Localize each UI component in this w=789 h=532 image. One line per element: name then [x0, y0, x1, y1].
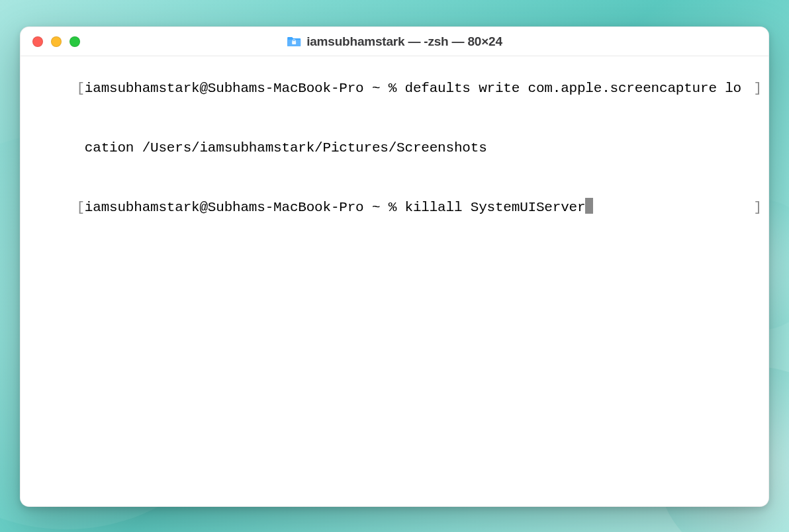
shell-prompt: iamsubhamstark@Subhams-MacBook-Pro ~ % [85, 81, 405, 96]
window-controls [21, 36, 80, 47]
terminal-body[interactable]: [iamsubhamstark@Subhams-MacBook-Pro ~ % … [21, 56, 768, 506]
terminal-line: [iamsubhamstark@Subhams-MacBook-Pro ~ % … [27, 178, 762, 238]
right-bracket: ] [754, 198, 762, 218]
maximize-button[interactable] [70, 36, 80, 47]
command-text: killall SystemUIServer [405, 200, 586, 215]
close-button[interactable] [32, 36, 43, 47]
command-text: cation /Users/iamsubhamstark/Pictures/Sc… [85, 140, 487, 155]
title-bar[interactable]: iamsubhamstark — -zsh — 80×24 [21, 27, 768, 56]
left-bracket: [ [76, 200, 84, 215]
terminal-line: [iamsubhamstark@Subhams-MacBook-Pro ~ % … [27, 59, 762, 118]
left-bracket [76, 140, 84, 155]
command-text: defaults write com.apple.screencapture l… [405, 81, 741, 96]
title-content: iamsubhamstark — -zsh — 80×24 [287, 34, 502, 49]
right-bracket: ] [754, 79, 762, 99]
terminal-window: iamsubhamstark — -zsh — 80×24 [iamsubham… [20, 26, 769, 507]
minimize-button[interactable] [51, 36, 62, 47]
folder-icon [287, 36, 301, 48]
svg-rect-0 [292, 41, 296, 44]
cursor [585, 198, 593, 214]
window-title: iamsubhamstark — -zsh — 80×24 [306, 34, 502, 49]
shell-prompt: iamsubhamstark@Subhams-MacBook-Pro ~ % [85, 200, 405, 215]
left-bracket: [ [76, 81, 84, 96]
terminal-line: cation /Users/iamsubhamstark/Pictures/Sc… [27, 118, 762, 178]
